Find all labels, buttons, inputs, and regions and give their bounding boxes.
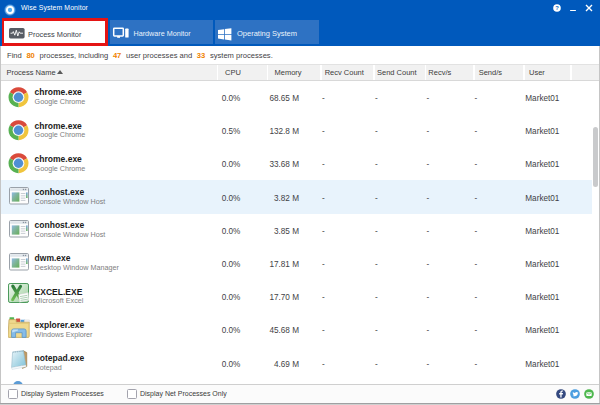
svg-text:?: ? [555, 6, 559, 12]
